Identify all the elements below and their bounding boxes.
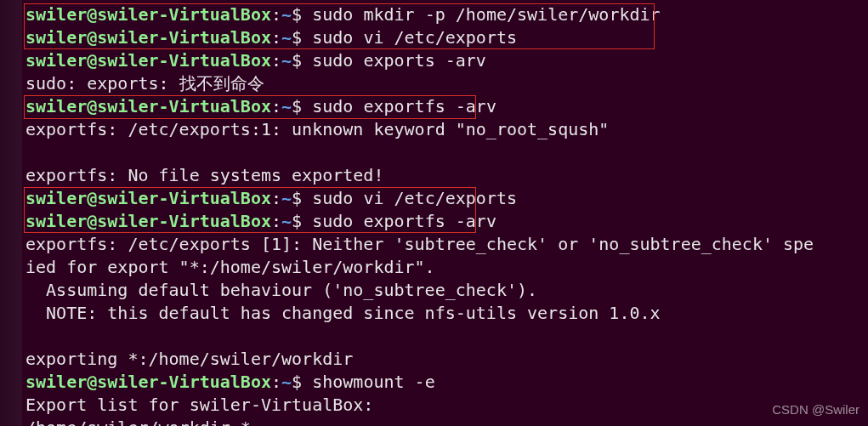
terminal-line: exportfs: /etc/exports [1]: Neither 'sub… bbox=[0, 233, 868, 256]
prompt-host: swiler-VirtualBox bbox=[97, 372, 271, 392]
command-text: sudo mkdir -p /home/swiler/workdir bbox=[312, 4, 660, 25]
terminal-line: swiler@swiler-VirtualBox:~$ showmount -e bbox=[0, 371, 868, 394]
terminal-line: swiler@swiler-VirtualBox:~$ sudo vi /etc… bbox=[0, 26, 868, 49]
prompt-path: ~ bbox=[281, 188, 292, 208]
terminal-line: swiler@swiler-VirtualBox:~$ sudo exports… bbox=[0, 49, 868, 72]
prompt-symbol: $ bbox=[292, 27, 312, 48]
terminal-line: swiler@swiler-VirtualBox:~$ sudo exportf… bbox=[0, 210, 868, 233]
terminal-line: swiler@swiler-VirtualBox:~$ sudo vi /etc… bbox=[0, 187, 868, 210]
prompt-user: swiler bbox=[26, 96, 87, 116]
terminal-line: sudo: exports: 找不到命令 bbox=[0, 72, 868, 95]
prompt-host: swiler-VirtualBox bbox=[97, 27, 271, 48]
terminal-output: swiler@swiler-VirtualBox:~$ sudo mkdir -… bbox=[0, 0, 868, 426]
output-text: Assuming default behaviour ('no_subtree_… bbox=[26, 280, 537, 300]
prompt-host: swiler-VirtualBox bbox=[97, 96, 271, 116]
prompt-path: ~ bbox=[281, 211, 292, 231]
prompt-symbol: $ bbox=[292, 50, 312, 71]
terminal-line: exporting *:/home/swiler/workdir bbox=[0, 348, 868, 371]
terminal-line: NOTE: this default has changed since nfs… bbox=[0, 302, 868, 325]
prompt-at: @ bbox=[87, 96, 97, 116]
prompt-colon: : bbox=[271, 50, 281, 71]
prompt-colon: : bbox=[271, 27, 281, 48]
output-text: ied for export "*:/home/swiler/workdir". bbox=[26, 257, 435, 277]
command-text: showmount -e bbox=[312, 372, 435, 392]
terminal-line: swiler@swiler-VirtualBox:~$ sudo mkdir -… bbox=[0, 3, 868, 26]
output-text: /home/swiler/workdir * bbox=[26, 417, 251, 426]
output-text: NOTE: this default has changed since nfs… bbox=[26, 303, 661, 323]
prompt-host: swiler-VirtualBox bbox=[97, 4, 271, 25]
prompt-host: swiler-VirtualBox bbox=[97, 211, 271, 231]
prompt-symbol: $ bbox=[292, 372, 312, 392]
prompt-symbol: $ bbox=[292, 211, 312, 231]
command-text: sudo vi /etc/exports bbox=[312, 27, 517, 48]
terminal-line: swiler@swiler-VirtualBox:~$ sudo exportf… bbox=[0, 95, 868, 118]
prompt-host: swiler-VirtualBox bbox=[97, 188, 271, 208]
prompt-at: @ bbox=[87, 188, 97, 208]
prompt-host: swiler-VirtualBox bbox=[97, 50, 271, 71]
prompt-at: @ bbox=[87, 27, 97, 48]
command-text: sudo exportfs -arv bbox=[312, 211, 496, 231]
command-text: sudo vi /etc/exports bbox=[312, 188, 517, 208]
terminal-line: ied for export "*:/home/swiler/workdir". bbox=[0, 256, 868, 279]
prompt-path: ~ bbox=[281, 372, 292, 392]
prompt-symbol: $ bbox=[292, 4, 312, 25]
prompt-user: swiler bbox=[26, 27, 87, 48]
terminal-line: exportfs: /etc/exports:1: unknown keywor… bbox=[0, 118, 868, 141]
prompt-user: swiler bbox=[26, 188, 87, 208]
terminal-line bbox=[0, 325, 868, 348]
prompt-colon: : bbox=[271, 96, 281, 116]
prompt-user: swiler bbox=[26, 4, 87, 25]
prompt-colon: : bbox=[271, 4, 281, 25]
output-text: Export list for swiler-VirtualBox: bbox=[26, 395, 373, 415]
prompt-user: swiler bbox=[26, 50, 87, 71]
prompt-path: ~ bbox=[281, 50, 292, 71]
terminal-line: Assuming default behaviour ('no_subtree_… bbox=[0, 279, 868, 302]
output-text: exportfs: No file systems exported! bbox=[26, 165, 383, 185]
prompt-at: @ bbox=[87, 4, 97, 25]
prompt-path: ~ bbox=[281, 4, 292, 25]
command-text: sudo exportfs -arv bbox=[312, 96, 496, 116]
prompt-user: swiler bbox=[26, 211, 87, 231]
prompt-symbol: $ bbox=[292, 96, 312, 116]
terminal-line bbox=[0, 141, 868, 164]
output-text: sudo: exports: 找不到命令 bbox=[26, 73, 264, 94]
command-text: sudo exports -arv bbox=[312, 50, 486, 71]
prompt-path: ~ bbox=[281, 96, 292, 116]
output-text: exporting *:/home/swiler/workdir bbox=[26, 349, 353, 369]
terminal-line: exportfs: No file systems exported! bbox=[0, 164, 868, 187]
watermark-text: CSDN @Swiler bbox=[772, 398, 859, 421]
prompt-at: @ bbox=[87, 372, 97, 392]
prompt-symbol: $ bbox=[292, 188, 312, 208]
terminal-line: Export list for swiler-VirtualBox: bbox=[0, 394, 868, 417]
terminal-line: /home/swiler/workdir * bbox=[0, 417, 868, 426]
prompt-user: swiler bbox=[26, 372, 87, 392]
prompt-at: @ bbox=[87, 50, 97, 71]
prompt-path: ~ bbox=[281, 27, 292, 48]
output-text: exportfs: /etc/exports [1]: Neither 'sub… bbox=[26, 234, 814, 254]
prompt-colon: : bbox=[271, 372, 281, 392]
prompt-at: @ bbox=[87, 211, 97, 231]
prompt-colon: : bbox=[271, 211, 281, 231]
prompt-colon: : bbox=[271, 188, 281, 208]
output-text: exportfs: /etc/exports:1: unknown keywor… bbox=[26, 119, 609, 139]
